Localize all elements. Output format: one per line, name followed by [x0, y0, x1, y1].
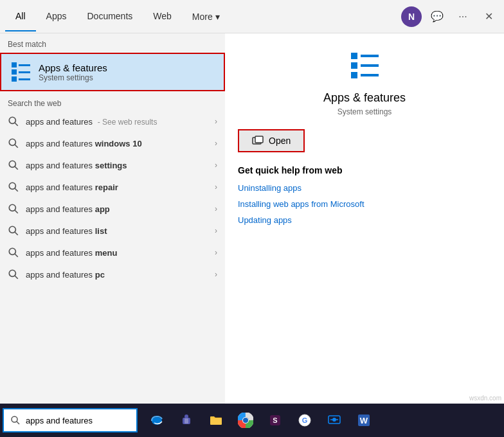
search-icon [8, 203, 19, 215]
search-item-text: apps and features - See web results [26, 117, 157, 127]
open-button-label: Open [269, 136, 291, 146]
svg-text:W: W [360, 416, 368, 425]
list-item[interactable]: apps and features list › [0, 220, 225, 242]
tab-apps[interactable]: Apps [36, 2, 77, 31]
feedback-icon[interactable]: 💬 [427, 6, 447, 27]
app-detail-icon [345, 46, 384, 85]
search-icon [8, 159, 19, 171]
svg-point-8 [9, 204, 15, 211]
quick-help-title: Get quick help from web [238, 165, 491, 175]
search-item-text: apps and features repair [26, 183, 118, 192]
nav-tabs: All Apps Documents Web More ▾ [5, 2, 401, 31]
chevron-right-icon: › [215, 183, 217, 192]
right-panel: Apps & features System settings Open Get… [225, 33, 504, 404]
search-icon [8, 225, 19, 236]
close-icon[interactable]: ✕ [478, 6, 499, 27]
list-item[interactable]: apps and features repair › [0, 176, 225, 198]
taskbar-icon-google[interactable]: G [291, 406, 319, 434]
list-item[interactable]: apps and features app › [0, 198, 225, 220]
svg-point-12 [9, 248, 15, 254]
app-detail-header: Apps & features System settings [238, 46, 491, 116]
taskbar-icon-folder[interactable] [202, 406, 230, 434]
search-icon [8, 269, 19, 280]
search-item-text: apps and features menu [26, 248, 117, 258]
chevron-right-icon: › [215, 204, 217, 213]
taskbar-icon-edge[interactable] [143, 406, 171, 434]
taskbar-search-icon [10, 415, 21, 425]
list-item[interactable]: apps and features settings › [0, 154, 225, 176]
search-icon [8, 116, 19, 127]
svg-point-6 [9, 183, 15, 189]
search-icon [8, 138, 19, 149]
search-web-label: Search the web [0, 93, 225, 111]
search-icon [8, 247, 19, 258]
svg-line-3 [15, 145, 18, 148]
more-chevron-icon: ▾ [215, 12, 220, 22]
best-match-text: Apps & features System settings [39, 62, 107, 82]
svg-text:G: G [302, 416, 308, 424]
svg-line-13 [15, 254, 18, 257]
app-detail-subtitle: System settings [338, 107, 392, 116]
taskbar-search-box[interactable] [3, 408, 138, 433]
quick-help-link-uninstall[interactable]: Uninstalling apps [238, 183, 491, 193]
best-match-label: Best match [0, 33, 225, 51]
tab-web[interactable]: Web [143, 2, 182, 31]
search-item-text: apps and features list [26, 226, 107, 236]
list-item[interactable]: apps and features - See web results › [0, 111, 225, 132]
svg-line-1 [15, 123, 18, 126]
taskbar-icon-teams[interactable] [172, 406, 201, 434]
list-item[interactable]: apps and features menu › [0, 242, 225, 263]
tab-more[interactable]: More ▾ [182, 3, 230, 31]
tab-all[interactable]: All [5, 2, 36, 31]
taskbar-search-input[interactable] [26, 416, 122, 425]
app-detail-title: Apps & features [323, 91, 406, 105]
svg-line-7 [15, 188, 18, 192]
search-item-text: apps and features app [26, 204, 110, 214]
svg-line-19 [17, 422, 19, 424]
tab-documents[interactable]: Documents [76, 2, 143, 31]
svg-line-15 [15, 276, 18, 279]
left-panel: Best match [0, 33, 225, 404]
search-item-text: apps and features pc [26, 270, 105, 280]
svg-line-5 [15, 166, 18, 170]
more-options-icon[interactable]: ··· [453, 6, 473, 27]
chevron-right-icon: › [215, 248, 217, 257]
svg-point-18 [12, 416, 17, 422]
svg-point-10 [9, 226, 15, 233]
chevron-right-icon: › [215, 226, 217, 235]
list-item[interactable]: apps and features pc › [0, 263, 225, 285]
avatar[interactable]: N [401, 6, 422, 27]
svg-point-14 [9, 270, 15, 276]
taskbar: S G W [0, 404, 504, 437]
taskbar-icon-remote[interactable] [320, 406, 348, 434]
chevron-right-icon: › [215, 270, 217, 279]
watermark: wsxdn.com [469, 395, 501, 402]
see-web-text: - See web results [98, 118, 158, 127]
search-item-text: apps and features windows 10 [26, 139, 142, 148]
taskbar-icon-slack[interactable]: S [261, 406, 289, 434]
taskbar-icon-chrome[interactable] [231, 406, 260, 434]
svg-rect-17 [255, 136, 263, 143]
open-button[interactable]: Open [238, 129, 305, 152]
svg-rect-23 [184, 418, 188, 424]
svg-point-0 [9, 117, 15, 123]
quick-help-link-update[interactable]: Updating apps [238, 215, 491, 225]
quick-help-link-install[interactable]: Installing web apps from Microsoft [238, 199, 491, 209]
chevron-right-icon: › [215, 161, 217, 170]
more-label: More [192, 12, 213, 22]
svg-text:S: S [273, 416, 277, 424]
best-match-title: Apps & features [39, 62, 107, 73]
taskbar-icon-word[interactable]: W [350, 406, 378, 434]
taskbar-icons: S G W [143, 406, 378, 434]
svg-point-35 [332, 418, 336, 422]
search-item-text: apps and features settings [26, 161, 127, 170]
search-web-section: apps and features - See web results › ap… [0, 111, 225, 404]
apps-features-icon [9, 60, 32, 84]
list-item[interactable]: apps and features windows 10 › [0, 132, 225, 154]
svg-line-11 [15, 232, 18, 235]
chevron-right-icon: › [215, 117, 217, 126]
svg-point-4 [9, 161, 15, 167]
search-icon [8, 181, 19, 193]
nav-right: N 💬 ··· ✕ [401, 6, 499, 27]
best-match-item[interactable]: Apps & features System settings [0, 53, 225, 91]
